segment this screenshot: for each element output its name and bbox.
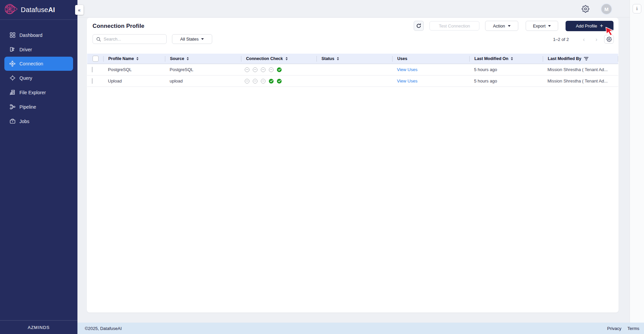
check-state-icon	[253, 67, 257, 72]
search-icon	[96, 37, 101, 42]
state-filter-dropdown[interactable]: All States	[172, 34, 212, 44]
search-box[interactable]	[93, 34, 167, 44]
view-uses-link[interactable]: View Uses	[392, 67, 469, 72]
row-checkbox[interactable]	[92, 78, 93, 84]
source-cell: upload	[165, 78, 241, 84]
sidebar-item-label: Connection	[19, 61, 43, 66]
check-state-icon	[269, 79, 274, 84]
sidebar-item-label: Driver	[19, 47, 32, 52]
chevron-down-icon	[201, 38, 204, 40]
sidebar-item-connection[interactable]: Connection	[4, 57, 73, 71]
view-uses-link[interactable]: View Uses	[392, 78, 469, 84]
pagination-next-button[interactable]: ›	[594, 37, 599, 42]
check-state-icon	[253, 79, 257, 84]
sidebar-item-pipeline[interactable]: Pipeline	[0, 100, 77, 114]
sort-icon[interactable]	[511, 57, 513, 60]
info-button[interactable]: i	[633, 4, 641, 13]
brand-logo-icon	[4, 3, 18, 17]
search-input[interactable]	[104, 37, 161, 42]
select-all-checkbox[interactable]	[93, 56, 99, 62]
sidebar-item-dashboard[interactable]: Dashboard	[0, 28, 77, 42]
toolbar: Test Connection Action Export Add Profil…	[87, 21, 619, 32]
status-cell	[316, 67, 392, 72]
column-header-source[interactable]: Source	[165, 56, 241, 62]
profile-name-cell: Upload	[103, 78, 165, 84]
refresh-icon	[416, 23, 421, 29]
sidebar-item-label: File Explorer	[19, 90, 46, 95]
gear-icon	[606, 37, 612, 42]
sidebar-item-label: Query	[19, 75, 32, 81]
settings-gear-icon[interactable]	[582, 5, 589, 13]
copyright-text: ©2025, DatafuseAI	[85, 326, 122, 331]
check-state-icon	[277, 67, 282, 72]
pagination-range: 1–2 of 2	[553, 37, 569, 42]
pipeline-icon	[9, 104, 15, 110]
check-state-icon	[261, 79, 266, 84]
dashboard-icon	[9, 32, 15, 38]
last-modified-on-cell: 5 hours ago	[469, 78, 543, 84]
last-modified-on-cell: 5 hours ago	[469, 67, 543, 72]
sidebar-item-driver[interactable]: Driver	[0, 42, 77, 57]
sidebar-item-query[interactable]: Query	[0, 71, 77, 85]
check-state-icon	[277, 79, 282, 84]
sidebar-item-label: Pipeline	[19, 104, 36, 110]
sidebar-item-file-explorer[interactable]: File Explorer	[0, 85, 77, 100]
connection-check-cell	[241, 67, 316, 72]
sort-icon[interactable]	[337, 57, 339, 60]
column-header-profile-name[interactable]: Profile Name	[103, 56, 165, 62]
chevron-down-icon	[548, 25, 551, 27]
profile-name-cell: PostgreSQL	[103, 67, 165, 72]
column-header-status[interactable]: Status	[316, 56, 392, 62]
action-dropdown-button[interactable]: Action	[485, 21, 518, 31]
select-all-cell	[87, 56, 103, 62]
connection-profile-card: Connection Profile Test Connection Actio…	[87, 18, 619, 313]
row-checkbox-cell	[87, 78, 103, 84]
check-state-icon	[245, 79, 249, 84]
status-cell	[316, 78, 392, 84]
pagination-prev-button[interactable]: ‹	[582, 37, 586, 42]
privacy-link[interactable]: Privacy	[607, 326, 622, 331]
plus-icon: +	[600, 22, 603, 29]
column-header-uses: Uses	[392, 56, 469, 62]
test-connection-button[interactable]: Test Connection	[429, 21, 479, 31]
sidebar-collapse-button[interactable]: «	[75, 5, 83, 15]
terms-link[interactable]: Terms	[628, 326, 639, 331]
driver-icon	[9, 47, 15, 53]
sort-icon[interactable]	[136, 57, 138, 60]
action-label: Action	[493, 23, 505, 29]
sidebar: DatafuseAI Dashboard Driver Connection Q…	[0, 0, 77, 334]
connection-profile-table: Profile Name Source Connection Check Sta…	[87, 54, 618, 87]
column-header-connection-check[interactable]: Connection Check	[241, 56, 316, 62]
table-row: PostgreSQL PostgreSQL View Uses 5 hours …	[87, 64, 618, 75]
table-header-row: Profile Name Source Connection Check Sta…	[87, 54, 618, 64]
user-avatar[interactable]: M	[601, 3, 612, 15]
footer: ©2025, DatafuseAI Privacy Terms	[77, 323, 644, 334]
topbar: M	[77, 0, 630, 17]
add-profile-label: Add Profile	[576, 23, 597, 29]
sidebar-item-label: Jobs	[19, 119, 30, 124]
sort-icon[interactable]	[187, 57, 189, 60]
last-modified-by-cell: Mission Shrestha ( Tenant Ad...	[543, 67, 618, 72]
query-icon	[9, 75, 15, 81]
sidebar-item-jobs[interactable]: Jobs	[0, 114, 77, 128]
export-dropdown-button[interactable]: Export	[526, 21, 558, 31]
chevron-down-icon	[508, 25, 511, 27]
column-header-last-modified-by[interactable]: Last Modified By	[543, 56, 618, 62]
check-state-icon	[245, 67, 249, 72]
org-name: AZMINDS	[0, 320, 77, 334]
refresh-button[interactable]	[414, 21, 424, 31]
column-header-last-modified-on[interactable]: Last Modified On	[469, 56, 543, 62]
filters-row: All States 1–2 of 2 ‹ ›	[87, 34, 619, 44]
sidebar-item-label: Dashboard	[19, 33, 43, 38]
connection-icon	[9, 61, 15, 67]
jobs-icon	[9, 118, 15, 124]
filter-icon[interactable]	[584, 57, 588, 60]
export-label: Export	[533, 23, 546, 29]
brand: DatafuseAI	[0, 0, 77, 20]
sort-icon[interactable]	[286, 57, 288, 60]
state-filter-value: All States	[180, 37, 199, 42]
sidebar-nav: Dashboard Driver Connection Query File E…	[0, 20, 77, 128]
file-explorer-icon	[9, 90, 15, 96]
row-checkbox[interactable]	[92, 67, 93, 72]
row-checkbox-cell	[87, 67, 103, 72]
